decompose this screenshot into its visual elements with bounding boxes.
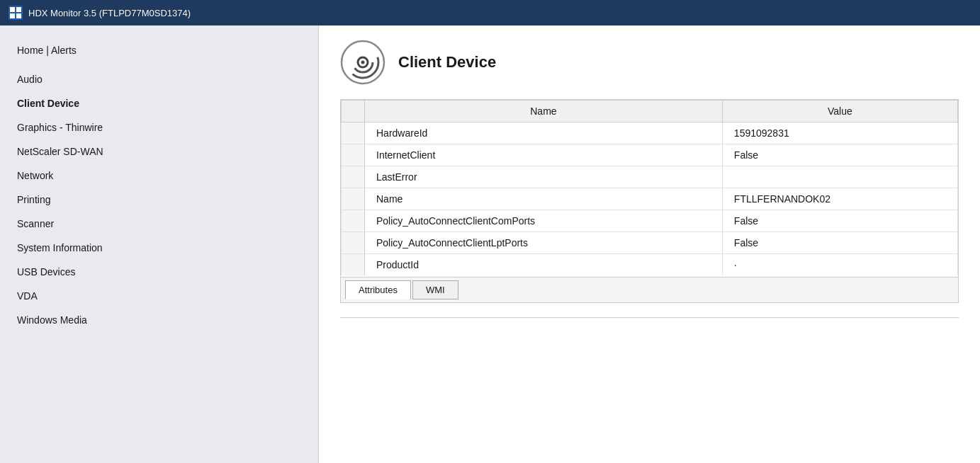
- row-icon-cell: [342, 254, 365, 276]
- main-layout: Home | Alerts Audio Client Device Graphi…: [0, 25, 980, 463]
- row-icon-cell: [342, 232, 365, 254]
- sidebar-item-graphics-thinwire[interactable]: Graphics - Thinwire: [0, 115, 318, 139]
- svg-point-9: [361, 61, 365, 64]
- table-row: Policy_AutoConnectClientComPortsFalse: [342, 210, 958, 232]
- attributes-table: Name Value HardwareId1591092831InternetC…: [341, 100, 958, 275]
- row-name-cell: LastError: [365, 166, 723, 188]
- row-value-cell: 1591092831: [722, 122, 957, 144]
- tabs-bar: Attributes WMI: [341, 277, 958, 302]
- table-row: Policy_AutoConnectClientLptPortsFalse: [342, 232, 958, 254]
- svg-rect-2: [16, 7, 21, 12]
- sidebar-item-netscaler-sdwan[interactable]: NetScaler SD-WAN: [0, 139, 318, 164]
- data-table-container: Name Value HardwareId1591092831InternetC…: [340, 99, 959, 303]
- svg-rect-1: [10, 7, 15, 12]
- row-name-cell: HardwareId: [365, 122, 723, 144]
- page-title: Client Device: [398, 53, 496, 72]
- row-name-cell: Policy_AutoConnectClientLptPorts: [365, 232, 723, 254]
- row-icon-cell: [342, 210, 365, 232]
- row-value-cell: [722, 166, 957, 188]
- row-value-cell: FTLLFERNANDOK02: [722, 188, 957, 210]
- row-value-cell: ·: [722, 254, 957, 276]
- table-row: InternetClientFalse: [342, 144, 958, 166]
- sidebar-item-audio[interactable]: Audio: [0, 67, 318, 91]
- row-icon-cell: [342, 122, 365, 144]
- sidebar-item-printing[interactable]: Printing: [0, 188, 318, 212]
- sidebar-item-scanner[interactable]: Scanner: [0, 212, 318, 236]
- row-icon-cell: [342, 144, 365, 166]
- row-icon-cell: [342, 188, 365, 210]
- table-row: NameFTLLFERNANDOK02: [342, 188, 958, 210]
- row-name-cell: ProductId: [365, 254, 723, 276]
- table-row: HardwareId1591092831: [342, 122, 958, 144]
- table-row: LastError: [342, 166, 958, 188]
- table-row: ProductId·: [342, 254, 958, 276]
- content-separator: [340, 317, 959, 318]
- row-value-cell: False: [722, 232, 957, 254]
- col-icon-header: [342, 101, 365, 122]
- tab-attributes[interactable]: Attributes: [345, 280, 411, 299]
- title-bar: HDX Monitor 3.5 (FTLPD77M0SD1374): [0, 0, 980, 25]
- tab-wmi[interactable]: WMI: [412, 280, 458, 299]
- row-name-cell: InternetClient: [365, 144, 723, 166]
- title-bar-text: HDX Monitor 3.5 (FTLPD77M0SD1374): [28, 8, 191, 18]
- sidebar-item-client-device[interactable]: Client Device: [0, 91, 318, 115]
- app-icon: [9, 6, 23, 20]
- sidebar-item-system-information[interactable]: System Information: [0, 236, 318, 260]
- col-name-header: Name: [365, 101, 723, 122]
- row-value-cell: False: [722, 144, 957, 166]
- row-name-cell: Name: [365, 188, 723, 210]
- row-value-cell: False: [722, 210, 957, 232]
- svg-rect-3: [10, 13, 15, 18]
- row-name-cell: Policy_AutoConnectClientComPorts: [365, 210, 723, 232]
- sidebar-item-network[interactable]: Network: [0, 164, 318, 188]
- svg-rect-4: [16, 13, 21, 18]
- sidebar-item-usb-devices[interactable]: USB Devices: [0, 260, 318, 284]
- row-icon-cell: [342, 166, 365, 188]
- table-scroll-area: Name Value HardwareId1591092831InternetC…: [341, 100, 958, 275]
- col-value-header: Value: [722, 101, 957, 122]
- sidebar-item-home-alerts[interactable]: Home | Alerts: [0, 38, 318, 67]
- sidebar: Home | Alerts Audio Client Device Graphi…: [0, 25, 319, 463]
- sidebar-item-vda[interactable]: VDA: [0, 284, 318, 308]
- content-area: Client Device Name Value HardwareId15910…: [319, 25, 980, 463]
- sidebar-item-windows-media[interactable]: Windows Media: [0, 308, 318, 332]
- page-icon: [340, 40, 385, 85]
- page-header: Client Device: [340, 40, 959, 85]
